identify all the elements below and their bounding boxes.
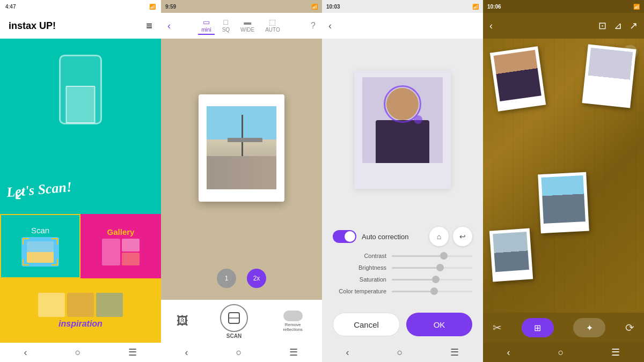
polaroid-img-1 (494, 50, 541, 101)
sparkle-button[interactable]: ✦ (573, 318, 605, 337)
back-button-4[interactable]: ‹ (489, 20, 493, 32)
insp-photo-1 (38, 293, 65, 317)
zoom-1x-label: 1 (225, 275, 229, 282)
panel-gallery: 10:06 📶 ‹ ⊡ ⊿ ↗ 🔍 (483, 0, 644, 362)
home-nav-icon[interactable]: ○ (75, 347, 81, 358)
cancel-button[interactable]: Cancel (333, 313, 400, 336)
gallery-label: Gallery (107, 227, 135, 237)
home-nav-3[interactable]: ○ (397, 347, 403, 358)
auto-icon: ⬚ (269, 18, 276, 26)
wide-icon: ▬ (244, 18, 251, 26)
crop-icon[interactable]: ⊡ (598, 20, 606, 32)
tab-mini[interactable]: ▭ mini (198, 17, 214, 35)
scanner-header: ‹ ▭ mini □ SQ ▬ WIDE ⬚ AUTO ? (161, 13, 322, 39)
reflections-switch[interactable] (283, 311, 303, 321)
scan-preview (21, 237, 59, 267)
tab-sq[interactable]: □ SQ (219, 17, 233, 35)
gallery-button[interactable]: Gallery (80, 214, 161, 278)
polaroid-img-4 (493, 232, 529, 272)
gallery-thumb[interactable]: 🖼 (177, 314, 188, 328)
corner-br (52, 259, 58, 265)
color-temp-thumb[interactable] (430, 287, 438, 295)
scan-btn-label: SCAN (226, 333, 241, 339)
home-nav-2[interactable]: ○ (236, 347, 242, 358)
saturation-thumb[interactable] (432, 276, 440, 283)
polaroid-img-3 (541, 175, 585, 224)
ok-label: OK (434, 320, 445, 329)
edit-photo-area (322, 39, 483, 220)
action-buttons: ⌂ ↩ (429, 227, 472, 246)
app-title: instax UP! (9, 20, 56, 32)
polaroid-2[interactable] (582, 45, 636, 108)
menu-icon[interactable]: ≡ (146, 20, 152, 32)
hero-section: Let's Scan! ↙ (0, 39, 161, 214)
edit-photo-frame (354, 71, 451, 189)
ok-button[interactable]: OK (406, 313, 472, 336)
brightness-track (392, 267, 472, 269)
status-bar-1: 4:47 📶 (0, 0, 161, 13)
brightness-slider-row: Brightness (333, 264, 472, 271)
nav-bar-1: ‹ ○ ☰ (0, 343, 161, 362)
undo-button[interactable]: ↩ (453, 227, 472, 246)
zoom-2x-label: 2x (253, 275, 260, 282)
home-nav-4[interactable]: ○ (558, 347, 564, 358)
grid-view-button[interactable]: ⊞ (522, 318, 554, 337)
color-temp-slider-row: Color temperature (333, 288, 472, 294)
tab-auto[interactable]: ⬚ AUTO (262, 17, 283, 35)
time-3: 10:03 (326, 4, 340, 10)
gallery-header: ‹ ⊡ ⊿ ↗ (483, 13, 644, 39)
corner-tl (23, 238, 29, 245)
color-temp-fill (392, 291, 430, 292)
back-nav-4[interactable]: ‹ (507, 347, 510, 358)
edit-photo (362, 77, 443, 163)
auto-correction-toggle[interactable] (333, 230, 356, 243)
saturation-fill (392, 279, 432, 280)
time-4: 10:06 (487, 4, 501, 10)
back-nav-3[interactable]: ‹ (346, 347, 349, 358)
panel-scanner: 9:59 📶 ‹ ▭ mini □ SQ ▬ WIDE ⬚ AUTO ? (161, 0, 322, 362)
scan-action-button[interactable]: SCAN (220, 304, 248, 339)
polaroid-3[interactable] (538, 172, 589, 234)
back-button-3[interactable]: ‹ (328, 20, 332, 32)
auto-correction-row: Auto correction ⌂ ↩ (333, 227, 472, 246)
time-1: 4:47 (5, 4, 16, 10)
tab-wide[interactable]: ▬ WIDE (237, 17, 258, 35)
back-nav-2[interactable]: ‹ (185, 347, 188, 358)
scan-label: Scan (31, 226, 49, 235)
cancel-label: Cancel (354, 320, 379, 329)
inspiration-section[interactable]: inspiration (0, 278, 161, 343)
sq-icon: □ (224, 18, 228, 26)
back-button[interactable]: ‹ (167, 20, 171, 32)
scan-frame-svg (226, 311, 241, 326)
polaroid-1[interactable] (490, 46, 546, 111)
share-icon[interactable]: ↗ (630, 20, 638, 32)
menu-nav-4[interactable]: ☰ (611, 346, 620, 358)
help-button[interactable]: ? (311, 21, 316, 31)
polaroid-4[interactable] (489, 228, 533, 282)
person-body (376, 120, 429, 163)
back-nav-icon[interactable]: ‹ (24, 347, 27, 358)
zoom-1x[interactable]: 1 (217, 269, 236, 288)
edit-header: ‹ (322, 13, 483, 39)
gallery-toolbar: ✂ ⊞ ✦ ⟳ (483, 313, 644, 343)
menu-nav-2[interactable]: ☰ (289, 346, 298, 358)
status-bar-3: 10:03 📶 (322, 0, 483, 13)
gallery-preview (102, 239, 140, 265)
filter-icon[interactable]: ⊿ (614, 20, 622, 32)
menu-nav-3[interactable]: ☰ (450, 346, 459, 358)
photo-inner (207, 106, 276, 189)
remove-reflections-toggle[interactable]: Remove reflections (280, 311, 306, 332)
color-temp-track (392, 291, 472, 292)
polaroid-img-2 (586, 48, 633, 98)
scan-button[interactable]: Scan (0, 214, 80, 278)
reset-button[interactable]: ⌂ (429, 227, 449, 246)
zoom-2x[interactable]: 2x (247, 269, 266, 288)
refresh-icon[interactable]: ⟳ (625, 321, 634, 334)
brightness-thumb[interactable] (436, 264, 444, 271)
menu-nav-icon[interactable]: ☰ (128, 346, 137, 358)
insp-photo-2 (67, 293, 94, 317)
corner-bl (23, 259, 29, 265)
contrast-thumb[interactable] (440, 252, 448, 260)
wood-gallery: 🔍 (483, 39, 644, 313)
scissors-icon[interactable]: ✂ (493, 321, 502, 334)
